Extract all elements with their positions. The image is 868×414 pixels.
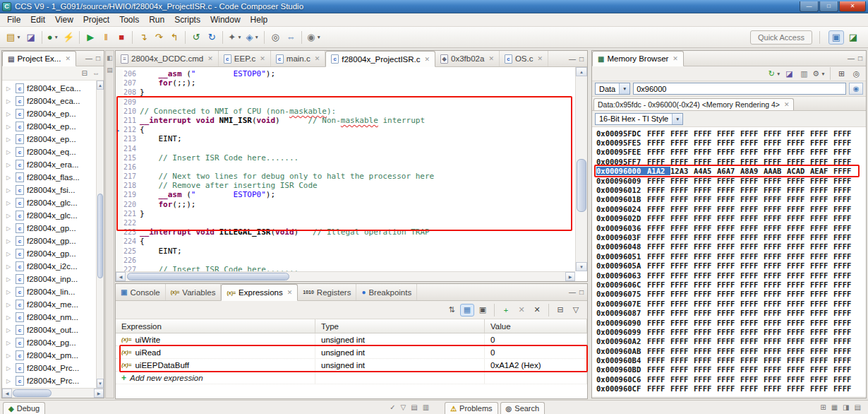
expand-icon[interactable]: ▷ bbox=[6, 124, 13, 130]
tree-item[interactable]: ▷cf28004x_eca... bbox=[2, 95, 96, 107]
expand-icon[interactable]: ▷ bbox=[6, 264, 13, 270]
view-menu-icon[interactable]: ▽ bbox=[569, 304, 583, 317]
memory-row[interactable]: 0x0009602DFFFFFFFFFFFFFFFFFFFFFFFFFFFFFF… bbox=[596, 214, 866, 223]
memory-row[interactable]: 0x000960BDFFFFFFFFFFFFFFFFFFFFFFFFFFFFFF… bbox=[596, 365, 866, 374]
new-target-config-icon[interactable]: ◈▼ bbox=[245, 30, 260, 45]
scroll-left-icon[interactable]: ◀ bbox=[116, 272, 126, 281]
memory-row[interactable]: 0x0009601BFFFFFFFFFFFFFFFFFFFFFFFFFFFFFF… bbox=[596, 195, 866, 204]
step-over-icon[interactable]: ↷ bbox=[152, 30, 166, 45]
tab-registers[interactable]: 1010Registers bbox=[298, 284, 356, 300]
code-text[interactable]: // Remove after inserting ISR Code bbox=[140, 181, 318, 190]
add-expression-icon[interactable]: + bbox=[499, 304, 513, 317]
goto-address-button[interactable]: ◉ bbox=[849, 83, 863, 95]
tree-item[interactable]: ▷cf28004x_Prc... bbox=[2, 362, 96, 374]
debug-launch-icon[interactable]: ●▼ bbox=[46, 30, 60, 45]
scroll-down-icon[interactable]: ▼ bbox=[97, 379, 104, 388]
tab-breakpoints[interactable]: ●Breakpoints bbox=[356, 284, 417, 300]
memory-settings-icon[interactable]: ⚙▼ bbox=[812, 68, 826, 80]
editor-tab-EEP.c[interactable]: cEEP.c✕ bbox=[219, 51, 271, 66]
show-type-names-icon[interactable]: ⇅ bbox=[445, 304, 459, 317]
code-text[interactable]: __asm (" ESTOP0"); bbox=[140, 190, 275, 199]
code-text[interactable]: for(;;); bbox=[140, 200, 195, 209]
editor-hscrollbar[interactable]: ◀ ▶ bbox=[116, 271, 575, 281]
code-text[interactable]: __interrupt void NMI_ISR(void) // Non-ma… bbox=[140, 116, 425, 125]
memory-row[interactable]: 0x00095FEEFFFFFFFFFFFFFFFFFFFFFFFFFFFFFF… bbox=[596, 148, 866, 157]
memory-row[interactable]: 0x00095FE5FFFFFFFFFFFFFFFFFFFFFFFFFFFFFF… bbox=[596, 138, 866, 147]
save-memory-icon[interactable]: ◪ bbox=[783, 68, 796, 80]
filter-menu-icon[interactable]: ▽ bbox=[401, 403, 406, 411]
expand-icon[interactable]: ▷ bbox=[6, 378, 13, 384]
search-icon[interactable]: ◎ bbox=[268, 30, 282, 45]
expression-row[interactable]: (x)=uiWriteunsigned int0 bbox=[116, 333, 587, 346]
editor-vscrollbar[interactable]: ▲ ▼ bbox=[575, 67, 587, 271]
close-button[interactable]: ✕ bbox=[839, 1, 866, 12]
memory-row[interactable]: 0x00096024FFFFFFFFFFFFFFFFFFFFFFFFFFFFFF… bbox=[596, 204, 866, 213]
expand-icon[interactable]: ▷ bbox=[6, 365, 13, 372]
step-return-icon[interactable]: ↰ bbox=[167, 30, 181, 45]
tab-expressions[interactable]: (x)=Expressions✕ bbox=[221, 284, 298, 301]
tree-item[interactable]: ▷cf28004x_glc... bbox=[2, 196, 96, 209]
tree-item[interactable]: ▷cf28004x_Eca... bbox=[2, 82, 96, 95]
menu-view[interactable]: View bbox=[50, 13, 78, 26]
tab-variables[interactable]: (x)=Variables bbox=[166, 284, 222, 300]
scroll-thumb[interactable] bbox=[13, 389, 52, 397]
expand-icon[interactable]: ▷ bbox=[6, 276, 13, 283]
memory-row[interactable]: 0x00096099FFFFFFFFFFFFFFFFFFFFFFFFFFFFFF… bbox=[596, 327, 866, 336]
menu-tools[interactable]: Tools bbox=[114, 13, 144, 26]
expand-icon[interactable]: ▷ bbox=[6, 251, 13, 257]
maximize-view-icon[interactable]: □ bbox=[96, 54, 100, 62]
close-icon[interactable]: ✕ bbox=[673, 55, 678, 62]
ccs-edit-perspective-icon[interactable]: ▣ bbox=[828, 30, 844, 45]
expand-icon[interactable]: ▷ bbox=[6, 111, 13, 117]
editor-tab-main.c[interactable]: cmain.c✕ bbox=[271, 51, 325, 66]
tree-item[interactable]: ▷cf28004x_flas... bbox=[2, 171, 96, 184]
memory-dump[interactable]: 0x00095FDCFFFFFFFFFFFFFFFFFFFFFFFFFFFFFF… bbox=[592, 127, 866, 396]
scroll-thumb[interactable] bbox=[97, 194, 103, 278]
menu-project[interactable]: Project bbox=[78, 13, 114, 26]
tree-item[interactable]: ▷cf28004x_ep... bbox=[2, 120, 96, 133]
tree-item[interactable]: ▷cf28004x_glc... bbox=[2, 209, 96, 222]
restore-minimized-view-icon[interactable]: ◧ bbox=[107, 54, 113, 61]
expand-icon[interactable]: ▷ bbox=[6, 187, 13, 194]
restart-icon[interactable]: ↺ bbox=[189, 30, 203, 45]
menu-file[interactable]: File bbox=[2, 13, 25, 26]
remove-expression-icon[interactable]: ✕ bbox=[514, 304, 529, 317]
menu-edit[interactable]: Edit bbox=[25, 13, 50, 26]
new-rendering-icon[interactable]: ⊞ bbox=[835, 68, 848, 80]
filter-check-icon[interactable]: ✓ bbox=[390, 403, 395, 411]
column-type[interactable]: Type bbox=[315, 319, 485, 333]
tree-item[interactable]: ▷cf28004x_lin... bbox=[2, 285, 96, 298]
memory-row[interactable]: 0x0009603FFFFFFFFFFFFFFFFFFFFFFFFFFFFFFF… bbox=[596, 232, 866, 242]
tab-console[interactable]: ▣Console bbox=[116, 284, 166, 300]
expand-icon[interactable]: ▷ bbox=[6, 162, 13, 168]
terminate-icon[interactable]: ■ bbox=[114, 30, 128, 45]
load-memory-icon[interactable]: ▥ bbox=[797, 68, 811, 80]
tree-item[interactable]: ▷cf28004x_gp... bbox=[2, 235, 96, 247]
code-text[interactable]: __asm (" ESTOP0"); bbox=[140, 69, 275, 78]
code-text[interactable]: // Insert ISR Code here....... bbox=[140, 153, 299, 162]
code-text[interactable]: __interrupt void ILLEGAL_ISR(void) // Il… bbox=[140, 227, 430, 237]
suspend-icon[interactable]: ‖ bbox=[99, 30, 113, 45]
code-text[interactable]: { bbox=[140, 125, 145, 134]
expand-icon[interactable]: ▷ bbox=[6, 98, 13, 105]
restore-view-d-icon[interactable]: ▤ bbox=[855, 403, 861, 411]
minimized-view-icon[interactable]: ▤ bbox=[107, 66, 113, 73]
expression-row[interactable]: +Add new expression bbox=[116, 372, 587, 384]
save-icon[interactable]: ◪ bbox=[24, 30, 38, 45]
ccs-debug-perspective-icon[interactable]: ◪ bbox=[845, 30, 861, 45]
editor-tab-0x3fb02a[interactable]: ◈0x3fb02a✕ bbox=[435, 51, 500, 66]
memory-row[interactable]: 0x000960C6FFFFFFFFFFFFFFFFFFFFFFFFFFFFFF… bbox=[596, 374, 866, 384]
memory-row[interactable]: 0x00096012FFFFFFFFFFFFFFFFFFFFFFFFFFFFFF… bbox=[596, 185, 866, 194]
memory-row[interactable]: 0x000960B4FFFFFFFFFFFFFFFFFFFFFFFFFFFFFF… bbox=[596, 355, 866, 365]
scroll-thumb[interactable] bbox=[577, 159, 586, 212]
memory-row[interactable]: 0x000960ABFFFFFFFFFFFFFFFFFFFFFFFFFFFFFF… bbox=[596, 346, 866, 355]
maximize-view-icon[interactable]: □ bbox=[579, 55, 584, 63]
project-tree-hscrollbar[interactable]: ◀ ▶ bbox=[2, 388, 104, 398]
minimize-view-icon[interactable]: — bbox=[569, 288, 576, 296]
code-text[interactable]: for(;;); bbox=[140, 78, 195, 88]
copy-view-icon[interactable]: ▣ bbox=[476, 304, 490, 317]
minimize-view-icon[interactable]: — bbox=[569, 55, 576, 63]
close-icon[interactable]: ✕ bbox=[65, 55, 71, 62]
memory-row[interactable]: 0x00096051FFFFFFFFFFFFFFFFFFFFFFFFFFFFFF… bbox=[596, 252, 866, 261]
scroll-down-icon[interactable]: ▼ bbox=[576, 262, 587, 271]
